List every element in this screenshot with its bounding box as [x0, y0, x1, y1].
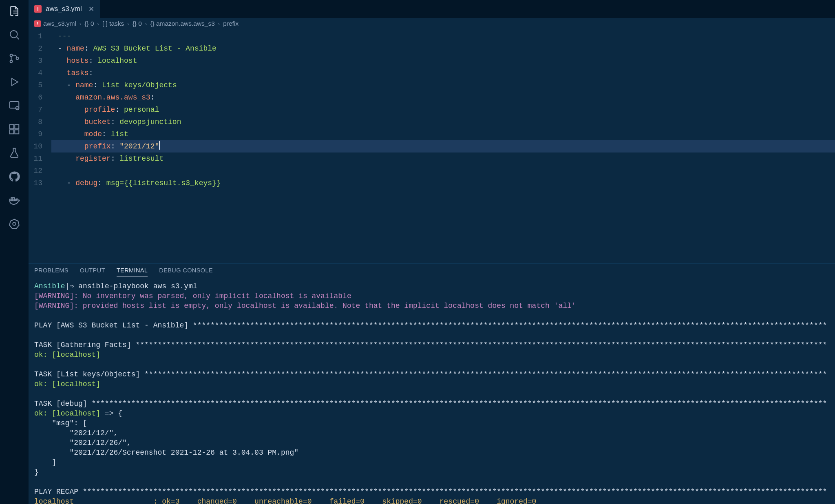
testing-icon[interactable] — [7, 146, 21, 160]
code-line[interactable]: mode: list — [51, 128, 835, 140]
svg-rect-4 — [10, 102, 19, 108]
svg-rect-9 — [15, 130, 19, 134]
code-line[interactable]: register: listresult — [51, 153, 835, 165]
breadcrumb[interactable]: aws_s3.yml›{} 0›[ ] tasks›{} 0›{} amazon… — [29, 18, 835, 29]
svg-rect-8 — [10, 130, 14, 134]
breadcrumb-item[interactable]: {} amazon.aws.aws_s3 — [150, 20, 215, 27]
svg-rect-7 — [15, 125, 19, 129]
svg-point-10 — [13, 222, 16, 225]
yaml-file-icon — [34, 5, 42, 13]
svg-point-2 — [10, 60, 13, 63]
panel-tab-bar: PROBLEMSOUTPUTTERMINALDEBUG CONSOLE — [29, 264, 835, 276]
tab-bar: aws_s3.yml ✕ — [29, 0, 835, 18]
breadcrumb-item[interactable]: prefix — [223, 20, 239, 27]
yaml-file-icon — [34, 20, 41, 27]
breadcrumb-item[interactable]: [ ] tasks — [102, 20, 124, 27]
extensions-icon[interactable] — [7, 122, 21, 136]
run-debug-icon[interactable] — [7, 75, 21, 89]
code-line[interactable]: profile: personal — [51, 104, 835, 116]
remote-icon[interactable] — [7, 99, 21, 113]
svg-point-3 — [16, 57, 19, 60]
code-line[interactable]: - debug: msg={{listresult.s3_keys}} — [51, 177, 835, 189]
chevron-right-icon: › — [145, 21, 147, 27]
code-editor[interactable]: 12345678910111213 ---- name: AWS S3 Buck… — [29, 29, 835, 263]
search-icon[interactable] — [7, 28, 21, 42]
code-line[interactable]: tasks: — [51, 67, 835, 79]
editor-tab-aws-s3-yml[interactable]: aws_s3.yml ✕ — [29, 0, 100, 18]
tab-filename: aws_s3.yml — [46, 5, 82, 13]
panel-tab-debug-console[interactable]: DEBUG CONSOLE — [159, 267, 213, 276]
panel-tab-problems[interactable]: PROBLEMS — [34, 267, 68, 276]
terminal-output[interactable]: Ansible|⇒ ansible-playbook aws_s3.yml [W… — [29, 276, 835, 504]
docker-icon[interactable] — [7, 193, 21, 207]
explorer-icon[interactable] — [7, 4, 21, 18]
github-icon[interactable] — [7, 170, 21, 183]
svg-point-0 — [10, 31, 18, 38]
bottom-panel: PROBLEMSOUTPUTTERMINALDEBUG CONSOLE Ansi… — [29, 263, 835, 504]
line-number-gutter: 12345678910111213 — [29, 29, 51, 263]
activity-bar — [0, 0, 29, 504]
code-line[interactable]: - name: List keys/Objects — [51, 79, 835, 91]
chevron-right-icon: › — [218, 21, 220, 27]
code-line[interactable]: amazon.aws.aws_s3: — [51, 91, 835, 104]
panel-tab-output[interactable]: OUTPUT — [80, 267, 105, 276]
code-line[interactable]: --- — [51, 30, 835, 42]
close-icon[interactable]: ✕ — [88, 5, 94, 13]
chevron-right-icon: › — [80, 21, 81, 27]
code-line[interactable] — [51, 165, 835, 177]
breadcrumb-item[interactable]: {} 0 — [84, 20, 94, 27]
breadcrumb-item[interactable]: {} 0 — [133, 20, 142, 27]
chevron-right-icon: › — [127, 21, 129, 27]
svg-point-1 — [10, 54, 13, 57]
code-line[interactable]: prefix: "2021/12" — [51, 140, 835, 153]
svg-rect-6 — [10, 125, 14, 129]
chevron-right-icon: › — [97, 21, 99, 27]
panel-tab-terminal[interactable]: TERMINAL — [117, 267, 148, 276]
kubernetes-icon[interactable] — [7, 217, 21, 231]
code-area[interactable]: ---- name: AWS S3 Bucket List - Ansible … — [51, 29, 835, 263]
breadcrumb-item[interactable]: aws_s3.yml — [34, 20, 76, 27]
code-line[interactable]: hosts: localhost — [51, 55, 835, 67]
code-line[interactable]: bucket: devopsjunction — [51, 116, 835, 128]
source-control-icon[interactable] — [7, 51, 21, 65]
code-line[interactable]: - name: AWS S3 Bucket List - Ansible — [51, 42, 835, 55]
